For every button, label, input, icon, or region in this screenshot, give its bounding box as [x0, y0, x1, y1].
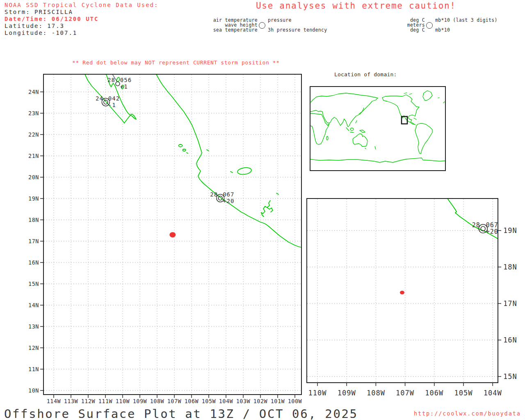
world-locator-map — [310, 91, 445, 162]
storm-position-dot — [400, 291, 404, 294]
station-pressure-value: 067 — [486, 221, 498, 229]
main-map-stations: 28056+124042-128067+20 — [96, 77, 234, 237]
sumatra — [346, 128, 349, 131]
inset-map-grid — [307, 199, 498, 382]
station-pressure-value: 056 — [120, 77, 132, 83]
x-tick-label: 108W — [150, 398, 164, 404]
y-tick-label: 16N — [503, 336, 517, 344]
station-plot: 28067+20 — [472, 221, 498, 236]
north-america-west-coast — [382, 98, 415, 125]
x-tick-label: 106W — [425, 389, 443, 397]
station-air-temp-value: 24 — [96, 95, 103, 102]
infiernillo-reservoir — [261, 201, 273, 217]
y-tick-label: 20N — [28, 174, 39, 180]
tasmania — [365, 148, 366, 149]
map-frame-border — [307, 199, 498, 383]
iceland — [438, 98, 439, 98]
new-guinea — [360, 130, 365, 132]
small-island-mark — [207, 150, 209, 151]
x-tick-label: 109W — [338, 389, 356, 397]
station-air-temp-value: 28 — [210, 191, 218, 198]
arctic-island-mark — [404, 93, 407, 94]
y-tick-label: 18N — [28, 217, 39, 223]
y-tick-label: 16N — [28, 259, 39, 266]
borneo — [350, 128, 354, 130]
java — [350, 132, 354, 132]
x-tick-label: 103W — [236, 398, 251, 404]
x-tick-label: 108W — [367, 389, 385, 397]
x-tick-label: 107W — [167, 398, 182, 404]
small-lake-mark — [231, 171, 233, 173]
station-pressure-value: 042 — [108, 95, 120, 102]
x-tick-label: 112W — [81, 398, 96, 404]
x-tick-label: 104W — [484, 389, 502, 397]
y-tick-label: 12N — [28, 345, 39, 351]
small-island-mark — [187, 153, 188, 153]
tres-marias-island — [183, 149, 186, 151]
x-tick-label: 114W — [47, 398, 61, 404]
tres-marias-island — [179, 144, 183, 147]
mainland-coast — [156, 74, 301, 247]
x-tick-label: 110W — [116, 398, 130, 404]
source-url: http://coolwx.com/buoydata — [414, 410, 521, 417]
south-america-coast — [415, 123, 432, 154]
world-map-frame — [310, 87, 445, 171]
y-tick-label: 11N — [28, 366, 39, 372]
australia — [353, 134, 368, 146]
uk-mark — [443, 102, 445, 103]
station-pressure-value: 067 — [223, 191, 234, 198]
africa-coast — [310, 114, 329, 144]
north-america-coast — [382, 95, 419, 125]
y-tick-label: 23N — [28, 110, 39, 116]
y-tick-label: 22N — [28, 131, 39, 138]
y-tick-label: 19N — [503, 226, 517, 235]
x-tick-label: 100W — [288, 398, 302, 404]
station-pressure-tendency-value: +1 — [120, 83, 128, 90]
station-pressure-tendency-value: +20 — [223, 198, 234, 204]
station-circle-icon — [116, 82, 120, 86]
x-tick-label: 105W — [454, 389, 473, 397]
cuba — [414, 118, 416, 119]
maps-canvas: 114W113W112W111W110W109W108W107W106W105W… — [0, 0, 525, 420]
station-circle-icon — [104, 100, 108, 104]
x-tick-label: 107W — [396, 389, 414, 397]
x-tick-label: 113W — [64, 398, 78, 404]
y-tick-label: 17N — [503, 299, 517, 308]
arctic-island-mark — [409, 94, 412, 94]
x-tick-label: 101W — [271, 398, 285, 404]
eurasia-coast — [310, 93, 378, 127]
station-pressure-tendency-value: -1 — [108, 102, 116, 108]
y-tick-label: 13N — [28, 323, 39, 330]
x-tick-label: 109W — [133, 398, 147, 404]
y-tick-label: 15N — [503, 372, 517, 381]
main-map-axis-labels: 114W113W112W111W110W109W108W107W106W105W… — [28, 89, 302, 404]
y-tick-label: 21N — [28, 153, 39, 159]
station-air-temp-value: 28 — [107, 77, 115, 83]
y-tick-label: 24N — [28, 89, 39, 95]
greenland — [423, 91, 432, 100]
x-tick-label: 105W — [202, 398, 216, 404]
x-tick-label: 102W — [253, 398, 268, 404]
y-tick-label: 10N — [28, 387, 39, 394]
lake-chapala — [237, 167, 252, 176]
y-tick-label: 19N — [28, 195, 39, 202]
inset-map-axis-labels: 110W109W108W107W106W105W104W19N18N17N16N… — [308, 226, 517, 397]
antarctica-coast — [310, 158, 445, 162]
new-zealand — [375, 146, 376, 149]
y-tick-label: 18N — [503, 263, 517, 271]
plot-title: Offshore Surface Plot at 13Z / OCT 06, 2… — [4, 407, 358, 420]
x-tick-label: 104W — [219, 398, 233, 404]
y-tick-label: 17N — [28, 238, 39, 244]
x-tick-label: 111W — [98, 398, 113, 404]
storm-position-dot — [169, 232, 176, 237]
y-tick-label: 15N — [28, 281, 39, 287]
x-tick-label: 110W — [308, 389, 327, 397]
x-tick-label: 106W — [185, 398, 199, 404]
madagascar — [326, 137, 328, 140]
weather-plot-page: NOAA SSD Tropical Cyclone Data Used: Sto… — [0, 0, 525, 420]
station-plot: 28067+20 — [210, 191, 234, 204]
station-pressure-tendency-value: +20 — [486, 228, 498, 235]
station-plot: 24042-1 — [96, 95, 120, 108]
philippines — [356, 121, 357, 123]
y-tick-label: 14N — [28, 302, 39, 308]
